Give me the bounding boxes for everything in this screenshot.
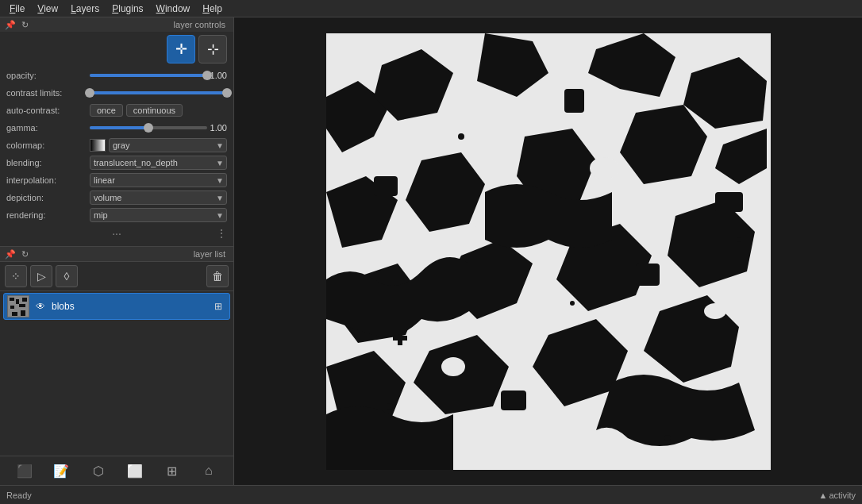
svg-point-43	[737, 237, 741, 242]
blobs-image	[326, 33, 771, 470]
colormap-dropdown-container: gray viridis magma ▼	[109, 138, 227, 152]
svg-rect-28	[374, 176, 398, 196]
opacity-value: 1.00	[210, 71, 227, 80]
menu-layers[interactable]: Layers	[64, 2, 106, 16]
plugin-icon[interactable]: ⬡	[87, 460, 110, 482]
image-viewer	[326, 33, 771, 470]
blending-row: blending: translucent_no_depth transluce…	[0, 154, 233, 171]
refresh-icon[interactable]: ↻	[19, 19, 30, 30]
depiction-dropdown-container: volume plane ▼	[90, 190, 227, 205]
svg-point-40	[664, 435, 671, 441]
svg-point-41	[570, 301, 575, 306]
layer-visibility-btn[interactable]: 👁	[33, 298, 48, 314]
contrast-max-thumb[interactable]	[222, 88, 232, 98]
contrast-slider[interactable]	[90, 91, 227, 94]
layer-controls-section: 📌 ↻ layer controls ✛ ⊹ opacity: 1.00	[0, 17, 233, 247]
rendering-row: rendering: mip translucent iso attenuate…	[0, 206, 233, 224]
delete-layer-btn[interactable]: 🗑	[206, 265, 229, 287]
home-icon[interactable]: ⌂	[198, 460, 220, 482]
controls-extra-btn[interactable]: ⋮	[214, 225, 229, 241]
layer-list-section: 📌 ↻ layer list ⁘ ▷ ◊ 🗑	[0, 247, 233, 456]
menu-help[interactable]: Help	[196, 2, 229, 16]
depiction-label: depiction:	[6, 193, 90, 202]
grid-view-icon[interactable]: ⊞	[160, 460, 183, 482]
menu-window[interactable]: Window	[150, 2, 197, 16]
svg-point-35	[441, 357, 465, 376]
svg-point-42	[458, 133, 464, 140]
colormap-swatch	[90, 139, 106, 152]
rendering-select[interactable]: mip translucent iso attenuated_mip	[90, 208, 227, 222]
depiction-row: depiction: volume plane ▼	[0, 189, 233, 206]
gamma-thumb[interactable]	[144, 123, 153, 133]
panel-bottom-icons: ⬛ 📝 ⬡ ⬜ ⊞ ⌂	[0, 456, 233, 485]
menu-view[interactable]: View	[31, 2, 64, 16]
layer-item-blobs[interactable]: 👁 blobs ⊞	[3, 293, 230, 320]
preferences-icon[interactable]: ⬜	[124, 460, 146, 482]
layer-list-pin-icon[interactable]: 📌	[5, 248, 16, 260]
layer-list-header: 📌 ↻ layer list	[0, 247, 233, 262]
layer-list-header-icons: 📌 ↻	[5, 248, 30, 260]
svg-rect-32	[636, 264, 660, 286]
activity-label: activity	[829, 491, 856, 500]
opacity-track[interactable]	[90, 74, 207, 77]
activity-button[interactable]: ▲ activity	[818, 491, 856, 500]
contrast-fill	[90, 91, 227, 94]
layer-list-refresh-icon[interactable]: ↻	[19, 248, 30, 260]
contrast-min-thumb[interactable]	[85, 88, 94, 98]
layer-controls-title: layer controls	[30, 20, 225, 29]
opacity-fill	[90, 74, 207, 77]
gamma-fill	[90, 126, 148, 129]
opacity-slider-container: 1.00	[90, 71, 227, 80]
interpolation-dropdown-container: linear nearest ▼	[90, 173, 227, 187]
script-editor-icon[interactable]: 📝	[50, 460, 72, 482]
colormap-row: colormap: gray viridis magma ▼	[0, 137, 233, 154]
add-shapes-btn[interactable]: ▷	[30, 265, 52, 287]
add-points-btn[interactable]: ⁘	[5, 265, 27, 287]
svg-rect-3	[22, 298, 27, 302]
svg-point-36	[590, 157, 618, 179]
add-labels-btn[interactable]: ◊	[56, 265, 78, 287]
opacity-thumb[interactable]	[202, 71, 212, 80]
menubar: File View Layers Plugins Window Help	[0, 0, 862, 17]
canvas-area[interactable]	[234, 17, 862, 485]
console-icon[interactable]: ⬛	[13, 460, 36, 482]
main-area: 📌 ↻ layer controls ✛ ⊹ opacity: 1.00	[0, 17, 862, 485]
auto-contrast-row: auto-contrast: once continuous	[0, 102, 233, 119]
activity-icon: ▲	[818, 491, 827, 500]
auto-contrast-once-btn[interactable]: once	[90, 104, 123, 117]
svg-rect-2	[16, 299, 19, 304]
layer-name: blobs	[52, 301, 207, 312]
svg-rect-5	[19, 304, 25, 307]
rendering-dropdown-container: mip translucent iso attenuated_mip ▼	[90, 208, 227, 222]
gamma-value: 1.00	[210, 123, 227, 133]
depiction-select[interactable]: volume plane	[90, 190, 227, 205]
pin-icon[interactable]: 📌	[5, 19, 16, 30]
svg-rect-30	[715, 192, 743, 212]
layer-toolbar: ⁘ ▷ ◊ 🗑	[0, 262, 233, 291]
auto-contrast-continuous-btn[interactable]: continuous	[126, 104, 183, 117]
gamma-slider-container: 1.00	[90, 123, 227, 133]
colormap-select[interactable]: gray viridis magma	[109, 138, 227, 152]
layer-controls-header: 📌 ↻ layer controls	[0, 17, 233, 32]
svg-rect-7	[21, 310, 25, 316]
blending-dropdown-container: translucent_no_depth translucent additiv…	[90, 156, 227, 170]
colormap-container: gray viridis magma ▼	[90, 138, 227, 152]
svg-point-37	[704, 303, 726, 319]
gamma-track[interactable]	[90, 126, 207, 129]
dots-menu-btn[interactable]: ···	[110, 225, 123, 241]
controls-more-menu[interactable]: ··· ⋮	[0, 224, 233, 243]
layer-list-title: layer list	[30, 249, 225, 259]
contrast-label: contrast limits:	[6, 88, 90, 98]
blending-select[interactable]: translucent_no_depth translucent additiv…	[90, 156, 227, 170]
menu-file[interactable]: File	[3, 2, 31, 16]
blending-label: blending:	[6, 158, 90, 167]
gamma-row: gamma: 1.00	[0, 119, 233, 137]
interpolation-select[interactable]: linear nearest	[90, 173, 227, 187]
opacity-row: opacity: 1.00	[0, 67, 233, 84]
menu-plugins[interactable]: Plugins	[106, 2, 149, 16]
ndim-transform-btn[interactable]: ⊹	[198, 35, 227, 63]
move-transform-btn[interactable]: ✛	[167, 35, 195, 63]
layer-menu-btn[interactable]: ⊞	[210, 298, 226, 314]
status-ready-text: Ready	[6, 491, 32, 500]
interpolation-label: interpolation:	[6, 175, 90, 185]
